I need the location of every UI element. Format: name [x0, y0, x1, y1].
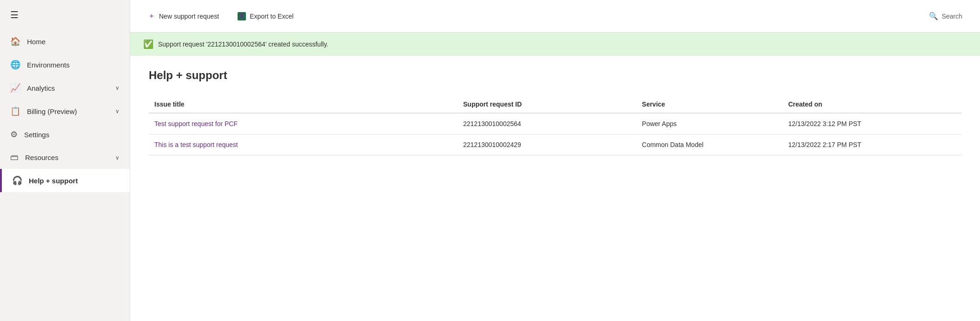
sidebar-label-home: Home	[27, 38, 119, 46]
sidebar-label-help-support: Help + support	[29, 177, 119, 185]
created-on-1: 12/13/2022 2:17 PM PST	[782, 134, 961, 155]
search-label: Search	[942, 13, 962, 20]
environments-icon: 🌐	[10, 60, 20, 70]
sidebar-item-resources[interactable]: 🗃 Resources ∨	[0, 146, 130, 169]
chevron-down-icon: ∨	[115, 154, 119, 161]
request-id-1: 2212130010002429	[457, 134, 636, 155]
sidebar-item-help-support[interactable]: 🎧 Help + support	[0, 169, 130, 192]
home-icon: 🏠	[10, 36, 20, 47]
sidebar-item-home[interactable]: 🏠 Home	[0, 30, 130, 53]
sidebar-label-resources: Resources	[25, 154, 109, 161]
hamburger-button[interactable]: ☰	[0, 0, 130, 30]
success-message: Support request '2212130010002564' creat…	[158, 40, 328, 48]
table-row: Test support request for PCF 22121300100…	[149, 113, 961, 134]
billing-icon: 📋	[10, 106, 20, 116]
new-request-label: New support request	[159, 13, 219, 20]
request-id-0: 2212130010002564	[457, 113, 636, 134]
sidebar-label-environments: Environments	[27, 61, 119, 69]
new-support-request-button[interactable]: ＋ New support request	[143, 8, 224, 24]
sidebar-item-analytics[interactable]: 📈 Analytics ∨	[0, 76, 130, 100]
success-icon: ✅	[143, 39, 153, 49]
chevron-down-icon: ∨	[115, 85, 119, 91]
col-header-id: Support request ID	[457, 96, 636, 113]
search-icon: 🔍	[929, 12, 938, 20]
toolbar: ＋ New support request X Export to Excel …	[130, 0, 980, 33]
hamburger-icon: ☰	[10, 9, 19, 20]
col-header-service: Service	[636, 96, 783, 113]
sidebar-nav: 🏠 Home 🌐 Environments 📈 Analytics ∨ 📋 Bi…	[0, 30, 130, 321]
table-header: Issue title Support request ID Service C…	[149, 96, 961, 113]
export-label: Export to Excel	[250, 13, 293, 20]
sidebar-label-billing: Billing (Preview)	[27, 107, 109, 115]
col-header-issue: Issue title	[149, 96, 457, 113]
sidebar: ☰ 🏠 Home 🌐 Environments 📈 Analytics ∨ 📋 …	[0, 0, 130, 321]
created-on-0: 12/13/2022 3:12 PM PST	[782, 113, 961, 134]
sidebar-label-analytics: Analytics	[27, 84, 109, 92]
issue-title-0[interactable]: Test support request for PCF	[149, 113, 457, 134]
service-1: Common Data Model	[636, 134, 783, 155]
settings-icon: ⚙	[10, 129, 18, 140]
analytics-icon: 📈	[10, 83, 20, 93]
search-button[interactable]: 🔍 Search	[924, 9, 967, 23]
service-0: Power Apps	[636, 113, 783, 134]
support-table: Issue title Support request ID Service C…	[149, 96, 961, 155]
excel-icon: X	[238, 12, 246, 20]
plus-icon: ＋	[148, 11, 155, 21]
header-row: Issue title Support request ID Service C…	[149, 96, 961, 113]
col-header-created: Created on	[782, 96, 961, 113]
sidebar-label-settings: Settings	[24, 131, 119, 139]
help-support-icon: 🎧	[12, 175, 22, 186]
content-area: Help + support Issue title Support reque…	[130, 56, 980, 321]
resources-icon: 🗃	[10, 153, 19, 162]
sidebar-item-billing[interactable]: 📋 Billing (Preview) ∨	[0, 100, 130, 123]
sidebar-item-settings[interactable]: ⚙ Settings	[0, 123, 130, 146]
issue-title-1[interactable]: This is a test support request	[149, 134, 457, 155]
page-title: Help + support	[149, 69, 961, 82]
chevron-down-icon: ∨	[115, 108, 119, 114]
main-content: ＋ New support request X Export to Excel …	[130, 0, 980, 321]
export-to-excel-button[interactable]: X Export to Excel	[233, 9, 298, 23]
table-row: This is a test support request 221213001…	[149, 134, 961, 155]
success-banner: ✅ Support request '2212130010002564' cre…	[130, 33, 980, 56]
sidebar-item-environments[interactable]: 🌐 Environments	[0, 53, 130, 76]
table-body: Test support request for PCF 22121300100…	[149, 113, 961, 155]
